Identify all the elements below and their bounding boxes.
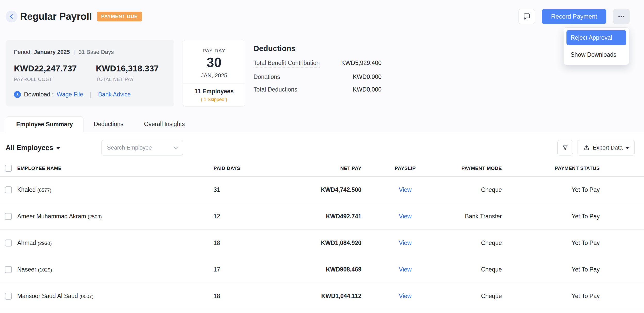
more-options-menu: Reject Approval Show Downloads [564,27,629,65]
export-data-button[interactable]: Export Data [578,140,635,155]
column-header-paid-days: PAID DAYS [214,166,265,171]
payment-mode: Bank Transfer [449,213,502,220]
menu-item-show-downloads[interactable]: Show Downloads [566,47,626,62]
payday-label: PAY DAY [183,48,245,54]
payslip-view-link[interactable]: View [399,266,411,273]
export-data-label: Export Data [593,144,623,151]
employee-name: Khaled [17,186,36,193]
deduction-row: Donations KWD0.000 [253,73,382,80]
row-checkbox[interactable] [5,293,12,300]
payslip-view-link[interactable]: View [399,293,411,299]
back-button[interactable] [6,11,18,22]
period-label: Period: [14,49,32,55]
select-all-checkbox[interactable] [5,165,12,172]
total-net-pay-label: TOTAL NET PAY [96,77,159,82]
payment-mode: Cheque [449,266,502,273]
deduction-label: Donations [253,73,280,80]
payment-status: Yet To Pay [502,266,600,273]
chevron-left-icon [8,13,15,20]
row-checkbox[interactable] [5,240,12,246]
tab-bar: Employee Summary Deductions Overall Insi… [0,116,644,132]
deduction-value: KWD0.000 [353,73,382,80]
download-icon [14,91,21,98]
divider [183,84,245,84]
column-header-net-pay: NET PAY [265,166,361,171]
paid-days: 18 [214,240,265,246]
deduction-row: Total Benefit Contribution KWD5,929.400 [253,60,382,68]
caret-down-icon [626,147,629,149]
employee-name: Ahmad [17,240,36,246]
payment-due-badge: PAYMENT DUE [97,12,142,21]
row-checkbox[interactable] [5,213,12,220]
column-header-employee-name: EMPLOYEE NAME [17,166,214,171]
row-checkbox[interactable] [5,266,12,273]
payment-status: Yet To Pay [502,213,600,220]
payment-mode: Cheque [449,293,502,300]
row-checkbox[interactable] [5,186,12,193]
paid-days: 18 [214,293,265,300]
paid-days: 17 [214,266,265,273]
deduction-value: KWD5,929.400 [341,60,382,67]
payslip-view-link[interactable]: View [399,213,411,220]
base-days: 31 Base Days [79,49,114,55]
paid-days: 31 [214,186,265,193]
record-payment-button[interactable]: Record Payment [542,9,606,24]
payslip-view-link[interactable]: View [399,186,411,193]
payment-status: Yet To Pay [502,293,600,300]
payroll-cost-label: PAYROLL COST [14,77,96,82]
filter-button[interactable] [557,140,573,155]
all-employees-label: All Employees [6,144,53,152]
net-pay: KWD4,742.500 [265,186,361,193]
tab-overall-insights[interactable]: Overall Insights [134,116,195,132]
more-options-button[interactable] [613,9,630,24]
all-employees-dropdown[interactable]: All Employees [6,144,60,152]
employee-id: (1029) [38,267,52,273]
employee-id: (2930) [38,241,52,246]
payment-mode: Cheque [449,186,502,193]
search-employee-input[interactable] [101,140,183,155]
comment-icon [523,13,531,20]
deduction-label: Total Deductions [253,86,297,93]
bank-advice-link[interactable]: Bank Advice [98,91,131,98]
ellipsis-icon [617,13,625,20]
menu-item-reject-approval[interactable]: Reject Approval [566,30,626,45]
employee-count: 11 Employees [183,88,245,95]
deduction-row: Total Deductions KWD0.000 [253,86,382,93]
deductions-summary: Deductions Total Benefit Contribution KW… [253,40,382,106]
deductions-title: Deductions [253,44,382,53]
employee-name: Mansoor Saud Al Saud [17,293,78,299]
table-header: EMPLOYEE NAME PAID DAYS NET PAY PAYSLIP … [0,160,644,177]
period-value: January 2025 [34,49,70,55]
payday-day: 30 [183,56,245,69]
employee-name: Naseer [17,266,36,273]
employee-name: Ameer Muhammad Akram [17,213,86,220]
table-row: Ahmad(2930) 18 KWD1,084.920 View Cheque … [0,230,644,256]
summary-section: Period: January 2025 | 31 Base Days KWD2… [6,40,644,106]
table-row: Khaled(6577) 31 KWD4,742.500 View Cheque… [0,177,644,203]
net-pay: KWD908.469 [265,266,361,273]
comments-button[interactable] [519,9,535,24]
deduction-label[interactable]: Total Benefit Contribution [253,60,320,68]
deduction-value: KWD0.000 [353,86,382,93]
employee-summary-panel: All Employees Export Data EMPLOYEE NAME … [0,132,644,313]
net-pay: KWD1,044.112 [265,293,361,300]
paid-days: 12 [214,213,265,220]
net-pay: KWD1,084.920 [265,240,361,246]
column-header-payment-mode: PAYMENT MODE [449,166,502,171]
tab-employee-summary[interactable]: Employee Summary [6,116,83,132]
payslip-view-link[interactable]: View [399,240,411,246]
payment-status: Yet To Pay [502,240,600,246]
employee-id: (0007) [79,294,94,299]
table-row: Naseer(1029) 17 KWD908.469 View Cheque Y… [0,256,644,283]
page-title: Regular Payroll [20,11,92,22]
employee-id: (6577) [37,187,52,193]
funnel-icon [562,144,569,151]
chevron-down-icon [173,145,179,151]
wage-file-link[interactable]: Wage File [57,91,83,98]
payment-mode: Cheque [449,240,502,246]
payroll-cost-value: KWD22,247.737 [14,64,96,73]
export-icon [583,145,590,151]
tab-deductions[interactable]: Deductions [83,116,134,132]
employee-id: (2509) [88,214,102,219]
download-label: Download : [24,91,54,98]
